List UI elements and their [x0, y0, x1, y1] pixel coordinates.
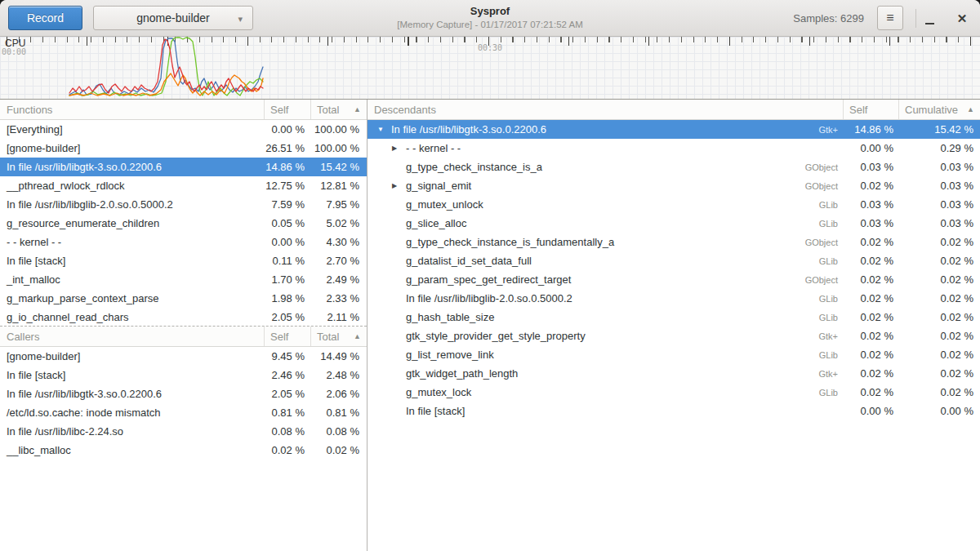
function-name-cell: In file [stack] — [368, 405, 843, 417]
function-name-cell: g_type_check_instance_is_aGObject — [368, 161, 843, 173]
function-name-cell: [gnome-builder] — [0, 142, 264, 154]
tree-row[interactable]: g_list_remove_linkGLib0.02 %0.02 % — [368, 345, 980, 364]
total-column-header[interactable]: Total▲ — [310, 327, 367, 346]
window-subtitle: [Memory Capture] - 01/17/2017 07:21:52 A… — [397, 20, 583, 29]
process-selector-dropdown[interactable]: gnome-builder ▾ — [93, 6, 253, 30]
table-row[interactable]: g_resource_enumerate_children0.05 %5.02 … — [0, 214, 367, 233]
self-cell: 0.02 % — [843, 367, 898, 380]
function-name-cell: gtk_style_provider_get_style_propertyGtk… — [368, 330, 843, 342]
function-name-cell: g_io_channel_read_chars — [0, 311, 264, 323]
total-cell: 2.11 % — [310, 311, 367, 323]
process-selector-label: gnome-builder — [136, 11, 210, 24]
table-row[interactable]: /etc/ld.so.cache: inode mismatch0.81 %0.… — [0, 403, 367, 422]
functions-column-header[interactable]: Functions — [0, 104, 264, 116]
function-name-label: g_list_remove_link — [406, 349, 494, 361]
function-name-cell: g_slice_allocGLib — [368, 217, 843, 229]
tree-row[interactable]: g_hash_table_sizeGLib0.02 %0.02 % — [368, 308, 980, 327]
cumulative-cell: 0.02 % — [898, 367, 980, 380]
table-row[interactable]: [gnome-builder]9.45 %14.49 % — [0, 347, 367, 366]
function-name-cell: g_param_spec_get_redirect_targetGObject — [368, 273, 843, 286]
library-tag: Gtk+ — [818, 369, 843, 379]
self-column-header[interactable]: Self — [264, 100, 310, 119]
cumulative-cell: 0.02 % — [898, 255, 980, 267]
function-name-cell: g_resource_enumerate_children — [0, 217, 264, 229]
tree-row[interactable]: ▼In file /usr/lib/libgtk-3.so.0.2200.6Gt… — [368, 120, 980, 139]
tree-row[interactable]: g_datalist_id_set_data_fullGLib0.02 %0.0… — [368, 251, 980, 270]
cumulative-cell: 0.02 % — [898, 292, 980, 304]
total-cell: 0.02 % — [310, 444, 367, 456]
tree-row[interactable]: g_mutex_lockGLib0.02 %0.02 % — [368, 383, 980, 402]
self-cell: 2.05 % — [264, 311, 310, 323]
functions-rows: [Everything]0.00 %100.00 %[gnome-builder… — [0, 120, 367, 327]
table-row[interactable]: In file /usr/lib/libgtk-3.so.0.2200.62.0… — [0, 384, 367, 403]
close-button[interactable]: ✕ — [950, 0, 974, 37]
cpu-line-blue — [69, 38, 263, 95]
function-name-cell: [gnome-builder] — [0, 350, 264, 362]
library-tag: GObject — [805, 162, 843, 172]
library-tag: GLib — [819, 200, 843, 210]
tree-row[interactable]: g_type_check_instance_is_fundamentally_a… — [368, 233, 980, 251]
tree-row[interactable]: g_slice_allocGLib0.03 %0.03 % — [368, 214, 980, 233]
cpu-line-red — [69, 39, 263, 93]
table-row[interactable]: [Everything]0.00 %100.00 % — [0, 120, 367, 139]
function-name-label: g_type_check_instance_is_a — [406, 161, 542, 173]
table-row[interactable]: g_markup_parse_context_parse1.98 %2.33 % — [0, 289, 367, 308]
table-row[interactable]: [gnome-builder]26.51 %100.00 % — [0, 139, 367, 158]
cpu-timeline-graph[interactable]: CPU 00:00 00:30 — [0, 37, 980, 100]
tree-row[interactable]: In file /usr/lib/libglib-2.0.so.0.5000.2… — [368, 289, 980, 308]
cumulative-cell: 0.02 % — [898, 330, 980, 342]
function-name-label: g_type_check_instance_is_fundamentally_a — [406, 236, 614, 248]
cumulative-cell: 0.02 % — [898, 236, 980, 248]
descendants-column-header[interactable]: Descendants — [368, 104, 843, 116]
self-column-header[interactable]: Self — [264, 327, 310, 346]
function-name-cell: g_markup_parse_context_parse — [0, 292, 264, 304]
expand-triangle-icon[interactable]: ▶ — [392, 144, 406, 152]
record-button[interactable]: Record — [8, 6, 82, 30]
table-row[interactable]: In file [stack]2.46 %2.48 % — [0, 366, 367, 384]
self-cell: 0.02 % — [843, 180, 898, 192]
tree-row[interactable]: gtk_style_provider_get_style_propertyGtk… — [368, 327, 980, 345]
hamburger-menu-button[interactable]: ≡ — [877, 6, 903, 30]
table-row[interactable]: g_io_channel_read_chars2.05 %2.11 % — [0, 308, 367, 327]
tree-row[interactable]: g_mutex_unlockGLib0.03 %0.03 % — [368, 195, 980, 214]
collapse-triangle-icon[interactable]: ▼ — [377, 126, 391, 133]
tree-row[interactable]: ▶- - kernel - -0.00 %0.29 % — [368, 139, 980, 158]
expand-triangle-icon[interactable]: ▶ — [392, 182, 406, 189]
function-name-cell: ▶- - kernel - - — [368, 142, 843, 154]
self-cell: 0.03 % — [843, 217, 898, 229]
self-cell: 0.03 % — [843, 161, 898, 173]
table-row[interactable]: - - kernel - -0.00 %4.30 % — [0, 233, 367, 251]
table-row[interactable]: In file [stack]0.11 %2.70 % — [0, 251, 367, 270]
descendants-rows: ▼In file /usr/lib/libgtk-3.so.0.2200.6Gt… — [368, 120, 980, 420]
self-column-header[interactable]: Self — [843, 100, 898, 119]
cumulative-column-header[interactable]: Cumulative▲ — [898, 100, 980, 119]
total-column-header[interactable]: Total▲ — [310, 100, 367, 119]
self-cell: 0.02 % — [843, 386, 898, 398]
tree-row[interactable]: In file [stack]0.00 %0.00 % — [368, 402, 980, 420]
self-column-label: Self — [270, 104, 288, 116]
self-cell: 0.02 % — [843, 311, 898, 323]
cumulative-cell: 0.02 % — [898, 311, 980, 323]
callers-table-header: Callers Self Total▲ — [0, 327, 367, 347]
cumulative-cell: 0.02 % — [898, 386, 980, 398]
function-name-cell: In file /usr/lib/libgtk-3.so.0.2200.6 — [0, 388, 264, 400]
table-row[interactable]: _int_malloc1.70 %2.49 % — [0, 270, 367, 289]
table-row[interactable]: In file /usr/lib/libglib-2.0.so.0.5000.2… — [0, 195, 367, 214]
tree-row[interactable]: ▶g_signal_emitGObject0.02 %0.03 % — [368, 176, 980, 195]
cumulative-cell: 0.03 % — [898, 198, 980, 211]
total-cell: 7.95 % — [310, 198, 367, 211]
tree-row[interactable]: gtk_widget_path_lengthGtk+0.02 %0.02 % — [368, 364, 980, 383]
cumulative-cell: 15.42 % — [898, 123, 980, 136]
self-cell: 0.02 % — [264, 444, 310, 456]
table-row[interactable]: __libc_malloc0.02 %0.02 % — [0, 441, 367, 460]
table-row[interactable]: __pthread_rwlock_rdlock12.75 %12.81 % — [0, 176, 367, 195]
function-name-cell: g_list_remove_linkGLib — [368, 349, 843, 361]
callers-column-header[interactable]: Callers — [0, 331, 264, 343]
table-row[interactable]: In file /usr/lib/libgtk-3.so.0.2200.614.… — [0, 158, 367, 176]
function-name-cell: In file /usr/lib/libglib-2.0.so.0.5000.2 — [0, 198, 264, 211]
table-row[interactable]: In file /usr/lib/libc-2.24.so0.08 %0.08 … — [0, 422, 367, 441]
tree-row[interactable]: g_param_spec_get_redirect_targetGObject0… — [368, 270, 980, 289]
tree-row[interactable]: g_type_check_instance_is_aGObject0.03 %0… — [368, 158, 980, 176]
minimize-button[interactable] — [917, 0, 942, 37]
time-label-mid: 00:30 — [478, 43, 502, 52]
